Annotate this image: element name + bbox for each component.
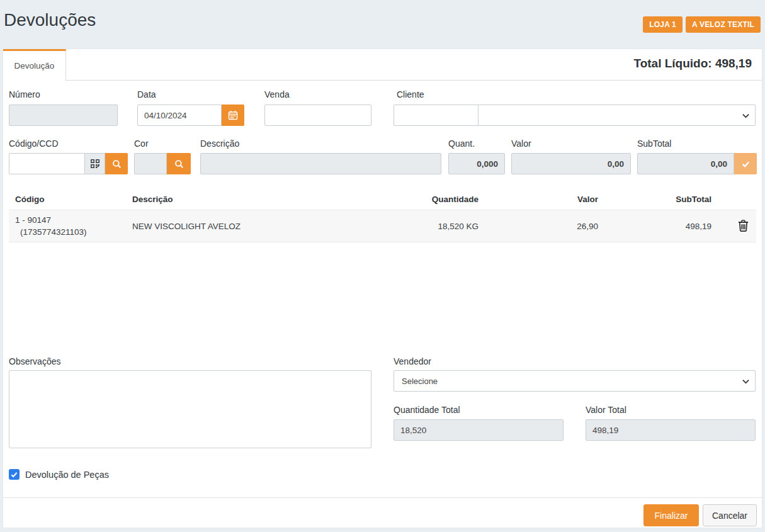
subtotal-field	[637, 153, 734, 174]
cancelar-button[interactable]: Cancelar	[703, 504, 757, 526]
main-panel: Devolução Total Líquido: 498,19 Número D…	[3, 49, 762, 528]
col-actions	[718, 189, 756, 210]
cell-subtotal: 498,19	[604, 210, 718, 242]
observacoes-textarea[interactable]	[9, 370, 371, 448]
devolucao-pecas-checkbox[interactable]	[9, 469, 20, 480]
header-badges: LOJA 1 A VELOZ TEXTIL	[643, 16, 761, 33]
devolucao-pecas-checkbox-row[interactable]: Devolução de Peças	[9, 469, 109, 480]
tab-devolucao[interactable]: Devolução	[3, 49, 66, 81]
cliente-label: Cliente	[397, 89, 424, 99]
cell-valor: 26,90	[485, 210, 604, 242]
observacoes-label: Observações	[9, 356, 60, 366]
cor-search-button[interactable]	[167, 153, 191, 174]
items-table-header-row: Código Descrição Quantidade Valor SubTot…	[9, 189, 756, 210]
checkbox-check-icon	[11, 472, 18, 478]
codigo-value: 1 - 90147	[15, 215, 120, 225]
subtotal-label: SubTotal	[637, 139, 671, 149]
numero-label: Número	[9, 89, 40, 99]
cell-codigo: 1 - 90147 (1735774321103)	[9, 210, 126, 242]
col-valor: Valor	[485, 189, 604, 210]
descricao-label: Descrição	[200, 139, 239, 149]
data-field[interactable]	[137, 105, 222, 126]
devolucao-pecas-label: Devolução de Peças	[25, 470, 109, 480]
vendedor-select[interactable]: Selecione	[394, 370, 756, 392]
tab-bar: Devolução Total Líquido: 498,19	[3, 49, 762, 81]
cliente-code-field[interactable]	[394, 105, 479, 126]
total-liquido-label: Total Líquido: 498,19	[633, 57, 752, 71]
valor-total-label: Valor Total	[586, 405, 626, 415]
table-row: 1 - 90147 (1735774321103) NEW VISCOLIGHT…	[9, 210, 756, 242]
cell-actions	[718, 210, 756, 242]
quantidade-total-label: Quantidade Total	[394, 405, 460, 415]
data-label: Data	[137, 89, 156, 99]
valor-field	[511, 153, 631, 174]
barcode-scan-button[interactable]	[85, 153, 105, 174]
vendedor-select-value: Selecione	[402, 376, 438, 386]
col-subtotal: SubTotal	[604, 189, 718, 210]
page-title: Devoluções	[4, 10, 96, 30]
col-descricao: Descrição	[126, 189, 315, 210]
store-badge[interactable]: LOJA 1	[643, 16, 683, 33]
valor-total-field	[586, 419, 756, 441]
cor-label: Cor	[134, 139, 149, 149]
company-badge[interactable]: A VELOZ TEXTIL	[686, 16, 761, 33]
calendar-icon	[228, 110, 238, 120]
vendedor-label: Vendedor	[394, 356, 431, 366]
footer-divider	[3, 497, 762, 498]
calendar-button[interactable]	[222, 105, 244, 126]
venda-label: Venda	[264, 89, 290, 99]
page-header: Devoluções LOJA 1 A VELOZ TEXTIL	[0, 0, 765, 49]
cliente-select[interactable]	[479, 105, 756, 126]
codigo-ccd-field[interactable]	[9, 153, 85, 174]
quant-label: Quant.	[448, 139, 475, 149]
trash-icon	[738, 220, 749, 232]
descricao-field	[200, 153, 441, 174]
col-codigo: Código	[9, 189, 126, 210]
col-quantidade: Quantidade	[315, 189, 485, 210]
venda-field[interactable]	[264, 105, 371, 126]
search-icon	[112, 159, 122, 169]
chevron-down-icon	[742, 113, 749, 118]
qr-code-icon	[91, 159, 99, 168]
codigo-barcode-value: (1735774321103)	[15, 227, 120, 237]
numero-field	[9, 105, 118, 126]
quant-field	[448, 153, 505, 174]
valor-label: Valor	[511, 139, 531, 149]
check-icon	[741, 159, 751, 169]
codigo-search-button[interactable]	[105, 153, 128, 174]
delete-row-button[interactable]	[737, 218, 750, 233]
search-icon	[174, 159, 184, 169]
cor-field	[134, 153, 167, 174]
cell-quantidade: 18,520 KG	[315, 210, 485, 242]
codigo-ccd-label: Código/CCD	[9, 139, 59, 149]
confirm-item-button[interactable]	[734, 153, 757, 174]
chevron-down-icon	[742, 379, 749, 384]
quantidade-total-field	[394, 419, 564, 441]
items-table: Código Descrição Quantidade Valor SubTot…	[9, 189, 756, 242]
finalizar-button[interactable]: Finalizar	[643, 504, 699, 526]
cell-descricao: NEW VISCOLIGHT AVELOZ	[126, 210, 315, 242]
